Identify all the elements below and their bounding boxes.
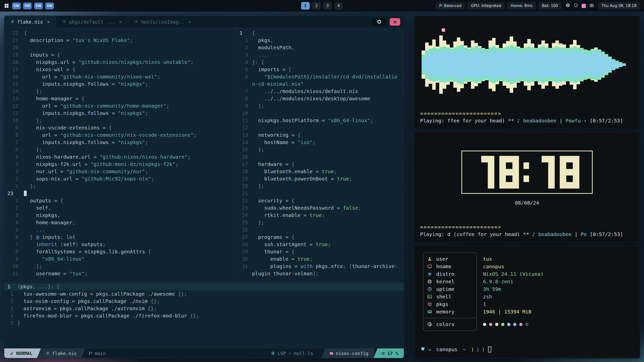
editor-pane-flake[interactable]: 22{21 description = "tux's NixOS Flake";… (4, 28, 236, 281)
mode-label: NORMAL (16, 351, 32, 356)
lsp-label: LSP ~ null-ls (278, 351, 313, 356)
editor-tab-pkgs-default-[interactable]: pkgs/default ...× (56, 16, 128, 28)
system-tray (566, 3, 594, 9)
code-line: 9 nix-vscode-extensions = { (4, 124, 236, 131)
camera-icon[interactable] (589, 3, 594, 9)
code-line: 26 (236, 226, 404, 234)
tab-close-icon[interactable]: × (47, 19, 50, 25)
code-line: 1 tux-awesome-wm-config = pkgs.callPacka… (4, 290, 404, 298)
code-line: 11 nixpkgs.hostPlatform = "x86_64-linux"… (236, 117, 404, 124)
ram-icon (427, 309, 436, 314)
fetch-row-colors: colors (423, 321, 634, 328)
code-line: 13 networking = { (236, 131, 404, 139)
top-tab-4[interactable]: 4 (334, 2, 343, 10)
color-dot (519, 323, 522, 326)
workspace-chip[interactable]: SW (34, 3, 43, 9)
window-tab-switcher: 1234 (301, 2, 343, 10)
clock-terminal: 08/08/24 ======================> Playing… (414, 132, 640, 243)
tty-clock (461, 151, 593, 194)
code-line: 12 (236, 124, 404, 131)
tab-label: flake.nix (17, 19, 43, 25)
percent-label: 17 % (387, 351, 398, 356)
chip-icon (427, 279, 436, 284)
code-line: 5 imports = [ (236, 66, 404, 73)
app-grid-icon[interactable] (4, 3, 9, 8)
code-line: 1 outputs = { (4, 197, 236, 204)
shield-icon[interactable] (574, 3, 578, 9)
now-playing: Playing: d (coffee for your head) ** ♪ b… (420, 231, 634, 238)
editor-window: flake.nix×pkgs/default ...×hosts/isoImag… (4, 16, 404, 358)
toggle-icon (377, 20, 381, 24)
code-line: 22 security = { (236, 197, 404, 204)
cat-icon (420, 346, 426, 353)
scroll-percent: 17 % (374, 348, 404, 358)
color-dot (513, 323, 516, 326)
mode-segment: NORMAL (4, 348, 41, 358)
code-line: 23 sudo.wheelNeedsPassword = false; (236, 204, 404, 212)
status-area: P: BalancedGPU: IntegratedHome: 8msBat: … (436, 2, 640, 10)
visualizer-terminal: ======================> Playing: ffee fo… (414, 16, 640, 129)
separator-line: ======================> (420, 223, 634, 231)
color-dot (495, 323, 498, 326)
fetch-value-pkgs: 1 (483, 301, 486, 307)
editor-tab-flake-nix[interactable]: flake.nix× (4, 16, 56, 28)
code-line: 7 inputs.nixpkgs.follows = "nixpkgs"; (4, 139, 236, 146)
status-pill: GPU: Integrated (467, 2, 505, 10)
fetch-row-user: usertux (423, 255, 634, 263)
code-line: 24 rtkit.enable = true; (236, 212, 404, 219)
tab-label: pkgs/default ... (69, 19, 115, 25)
code-line: 31 plugins = with pkgs.xfce; [thunar-arc… (236, 263, 404, 270)
code-line: 16 url = "github:nix-community/nixos-wsl… (4, 73, 236, 80)
code-line: 20 }; (236, 183, 404, 190)
monitor-icon (427, 264, 436, 269)
color-dot (489, 323, 492, 326)
status-pill: Home: 8ms (507, 2, 536, 10)
globe-icon[interactable] (566, 3, 570, 9)
top-tab-2[interactable]: 2 (312, 2, 321, 10)
visualizer-pink-pixel (442, 28, 445, 32)
code-line: 1{ (236, 29, 404, 37)
screenshot-icon[interactable] (582, 4, 586, 8)
status-pill: Bat: 100 (538, 2, 561, 10)
tab-close-icon[interactable]: × (188, 19, 191, 25)
text-cursor (24, 191, 27, 196)
editor-tabbar: flake.nix×pkgs/default ...×hosts/isoImag… (4, 16, 404, 28)
code-line: 17 nixos-wsl = { (4, 66, 236, 73)
code-line: 11 username = "tux"; (4, 270, 236, 277)
code-line: 6 } @ inputs: let (4, 234, 236, 241)
editor-pane-pkgs[interactable]: 1{pkgs, ...}: {1 tux-awesome-wm-config =… (4, 281, 404, 349)
code-line: 5 nixos-hardware.url = "github:nixos/nix… (4, 153, 236, 161)
window-close-button[interactable]: × (390, 18, 400, 26)
workspace-chip[interactable]: SW (45, 3, 54, 9)
clock-date: 08/08/24 (515, 200, 539, 206)
clockface-icon (427, 287, 436, 292)
editor-tab-hosts-isoImag-[interactable]: hosts/isoImag..× (128, 16, 197, 28)
code-line: 19 inputs = { (4, 51, 236, 59)
nix-file-icon (134, 19, 139, 25)
code-line: 23 (4, 190, 236, 197)
clock-digit-1 (475, 156, 494, 189)
buffer-toggle-button[interactable] (372, 18, 387, 26)
code-line: 29 thunar = { (236, 248, 404, 255)
top-tab-3[interactable]: 3 (323, 2, 332, 10)
workspace-chip[interactable]: SW (23, 3, 32, 9)
fetch-value-uptime: 3h 59m (483, 286, 501, 292)
shell-prompt[interactable]: → canopus ~ ))) (420, 346, 634, 353)
workspace-chip[interactable]: SW (12, 3, 21, 9)
fetch-row-kernel: kernel6.9.8-zen1 (423, 278, 634, 285)
tab-close-icon[interactable]: × (119, 19, 122, 25)
editor-pane-iso[interactable]: 1{1 pkgs,2 modulesPath,3 ...4}: {5 impor… (236, 28, 404, 281)
code-line: 13 home-manager = { (4, 95, 236, 102)
gear-icon (271, 351, 275, 355)
code-line: 14 hostName = "iso"; (236, 139, 404, 146)
code-line: 20 (4, 44, 236, 51)
top-tab-1[interactable]: 1 (301, 2, 310, 10)
now-playing: Playing: ffee for your head) ** ♪ beabad… (420, 117, 634, 124)
terminal-cursor[interactable] (488, 346, 491, 352)
code-line: 1{pkgs, ...}: { (4, 283, 404, 290)
separator-line: ======================> (420, 110, 634, 117)
lsp-status: LSP ~ null-ls (265, 348, 319, 358)
branch-icon (88, 351, 93, 355)
fetch-row-memory: memory1946 | 15394 MiB (423, 308, 634, 315)
audio-visualizer (420, 20, 634, 109)
